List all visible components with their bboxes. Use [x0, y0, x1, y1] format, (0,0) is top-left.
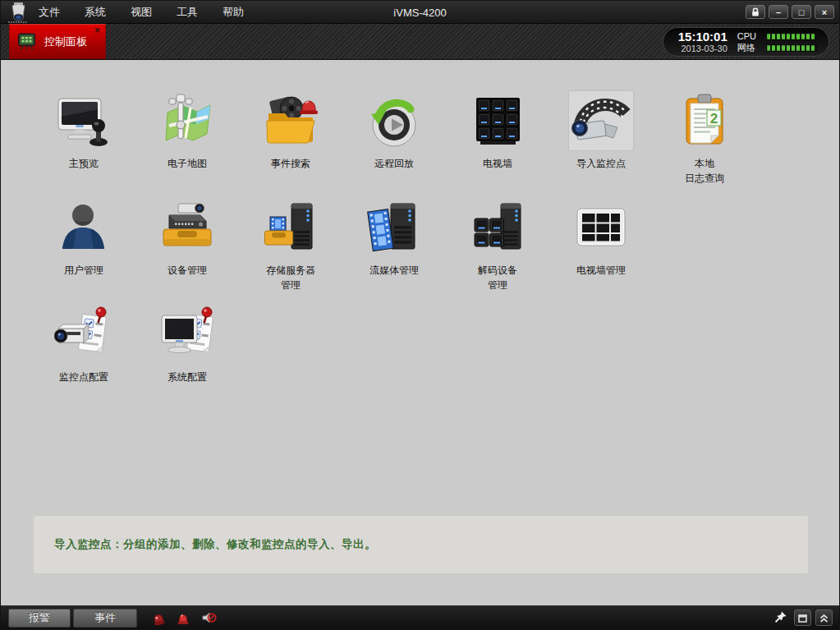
- module-grid: 主预览: [32, 91, 756, 412]
- module-tvwall-management[interactable]: 电视墙管理: [549, 198, 653, 305]
- clock: 15:10:01 2013-03-30: [678, 30, 728, 54]
- module-label: 电子地图: [168, 156, 207, 171]
- menu-bar: 文件 系统 视图 工具 帮助: [37, 1, 246, 24]
- svg-text:2: 2: [710, 111, 718, 126]
- module-tv-wall[interactable]: 电视墙: [446, 91, 549, 198]
- module-description-text: 导入监控点：分组的添加、删除、修改和监控点的导入、导出。: [54, 537, 376, 552]
- maximize-button[interactable]: □: [792, 5, 811, 19]
- float-window-button[interactable]: [794, 609, 811, 626]
- usage-labels: CPU 网络: [737, 32, 756, 53]
- restore-icon: [797, 613, 808, 623]
- network-meter: [766, 44, 817, 52]
- tvwall-management-icon: [571, 198, 631, 257]
- module-main-preview[interactable]: 主预览: [32, 91, 135, 198]
- title-bar: 文件 系统 视图 工具 帮助 iVMS-4200 – □ ×: [1, 1, 839, 24]
- module-label: 电视墙管理: [576, 263, 626, 278]
- module-camera-config[interactable]: 监控点配置: [32, 305, 135, 412]
- device-management-icon: [158, 198, 217, 257]
- local-log-icon: 2: [675, 91, 734, 150]
- clock-date: 2013-03-30: [681, 44, 727, 54]
- clock-time: 15:10:01: [678, 30, 728, 44]
- module-user-management[interactable]: 用户管理: [32, 198, 135, 305]
- status-bar: 报警 事件: [1, 605, 839, 629]
- module-local-log-search[interactable]: 2 本地日志查询: [653, 91, 756, 198]
- module-label: 主预览: [69, 156, 99, 171]
- system-config-icon: [158, 305, 217, 364]
- cpu-meter: [766, 33, 817, 40]
- module-label: 事件搜索: [271, 156, 310, 171]
- module-decode-device[interactable]: 解码设备管理: [446, 198, 549, 305]
- module-label: 流媒体管理: [370, 263, 419, 278]
- stream-media-icon: [365, 198, 424, 257]
- system-status-panel: 15:10:01 2013-03-30 CPU 网络: [663, 27, 829, 57]
- menu-help[interactable]: 帮助: [221, 3, 246, 21]
- control-panel-icon: [16, 31, 37, 52]
- usage-meters: [766, 33, 817, 52]
- camera-config-icon: [54, 305, 113, 364]
- event-tab-button[interactable]: 事件: [73, 609, 137, 628]
- lock-button[interactable]: [746, 5, 765, 19]
- alarm-tab-button[interactable]: 报警: [8, 609, 71, 628]
- tab-close-icon[interactable]: ×: [94, 25, 100, 36]
- mute-audio-icon[interactable]: [201, 610, 217, 625]
- module-description-panel: 导入监控点：分组的添加、删除、修改和监控点的导入、导出。: [34, 516, 808, 573]
- menu-tools[interactable]: 工具: [175, 3, 200, 21]
- module-label: 远程回放: [374, 156, 414, 171]
- close-button[interactable]: ×: [815, 5, 834, 19]
- tab-bar: 控制面板 × 15:10:01 2013-03-30 CPU 网络: [1, 24, 839, 60]
- alarm-indicator-icons: [151, 610, 217, 626]
- e-map-icon: [158, 91, 217, 150]
- module-label: 本地日志查询: [685, 156, 724, 186]
- module-device-management[interactable]: 设备管理: [135, 198, 239, 305]
- menu-system[interactable]: 系统: [83, 3, 108, 21]
- module-storage-server[interactable]: 存储服务器管理: [239, 198, 342, 305]
- chevron-up-double-icon: [819, 613, 829, 623]
- statusbar-right-controls: [773, 609, 833, 626]
- lock-icon: [750, 7, 760, 17]
- module-label: 监控点配置: [59, 370, 108, 384]
- tab-label: 控制面板: [44, 34, 87, 49]
- module-label: 设备管理: [168, 263, 207, 278]
- storage-server-icon: [261, 198, 320, 257]
- tab-control-panel[interactable]: 控制面板 ×: [9, 24, 106, 59]
- module-stream-media[interactable]: 流媒体管理: [342, 198, 446, 305]
- collapse-panel-button[interactable]: [815, 609, 833, 626]
- cpu-label: CPU: [737, 32, 756, 41]
- ivms-window: 文件 系统 视图 工具 帮助 iVMS-4200 – □ ×: [0, 0, 840, 630]
- siren-alarm-icon[interactable]: [177, 610, 190, 626]
- module-system-config[interactable]: 系统配置: [135, 305, 239, 412]
- main-preview-icon: [54, 91, 113, 150]
- module-label: 电视墙: [483, 156, 512, 171]
- module-label: 导入监控点: [576, 156, 626, 171]
- motion-alarm-icon[interactable]: [151, 610, 165, 626]
- module-label: 系统配置: [168, 370, 207, 384]
- import-camera-icon: [569, 91, 633, 150]
- menu-file[interactable]: 文件: [37, 3, 62, 21]
- module-label: 存储服务器管理: [266, 263, 315, 292]
- module-import-camera[interactable]: 导入监控点: [549, 91, 653, 198]
- decode-device-icon: [468, 198, 527, 257]
- module-e-map[interactable]: 电子地图: [135, 91, 239, 198]
- module-row-1: 主预览: [32, 91, 756, 198]
- pin-icon: [773, 610, 787, 625]
- module-row-2: 用户管理: [32, 198, 756, 305]
- module-label: 用户管理: [64, 263, 103, 278]
- module-label: 解码设备管理: [478, 263, 517, 292]
- pin-button[interactable]: [773, 610, 787, 625]
- control-panel-content: 主预览: [1, 60, 839, 605]
- module-event-search[interactable]: 事件搜索: [239, 91, 342, 198]
- remote-playback-icon: [365, 91, 424, 150]
- tv-wall-icon: [468, 91, 527, 150]
- network-label: 网络: [737, 44, 756, 53]
- module-row-3: 监控点配置: [32, 305, 756, 412]
- minimize-button[interactable]: –: [769, 5, 788, 19]
- menu-view[interactable]: 视图: [129, 3, 154, 21]
- user-management-icon: [54, 198, 113, 257]
- window-controls: – □ ×: [746, 5, 834, 19]
- event-search-icon: [261, 91, 320, 150]
- module-remote-playback[interactable]: 远程回放: [342, 91, 446, 198]
